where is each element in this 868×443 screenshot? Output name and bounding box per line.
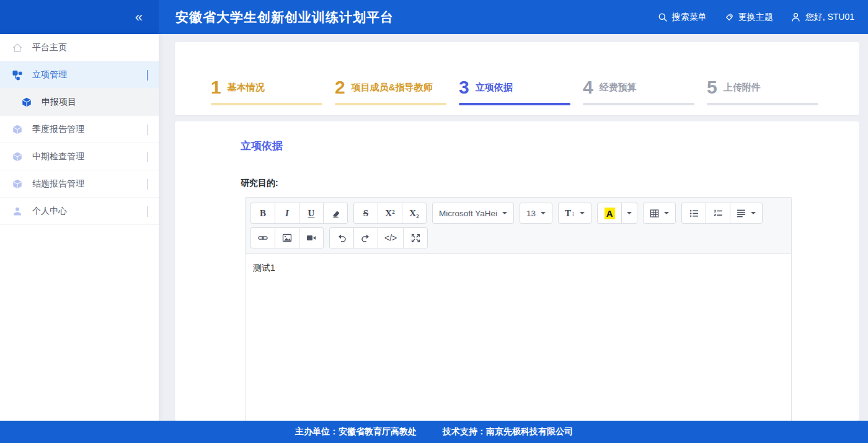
- subscript-button[interactable]: X₂: [402, 203, 427, 224]
- undo-button[interactable]: [329, 227, 354, 248]
- sidebar-item-label: 季度报告管理: [32, 124, 84, 135]
- code-view-button[interactable]: </>: [378, 227, 404, 248]
- sidebar-item-final-report[interactable]: 结题报告管理: [0, 170, 159, 198]
- ordered-list-button[interactable]: [706, 203, 730, 224]
- search-menu-button[interactable]: 搜索菜单: [658, 12, 707, 23]
- sidebar-item-label: 立项管理: [32, 69, 67, 81]
- sidebar-item-apply-project[interactable]: 申报项目: [0, 89, 159, 116]
- step-2-members-advisors[interactable]: 2项目成员&指导教师: [335, 77, 459, 115]
- steps-wizard: 1基本情况 2项目成员&指导教师 3立项依据 4经费预算 5上传附件: [175, 42, 859, 115]
- clear-format-button[interactable]: [323, 203, 348, 224]
- numbered-list-icon: [714, 209, 723, 218]
- search-icon: [658, 12, 668, 22]
- insert-image-button[interactable]: [275, 227, 299, 248]
- step-number: 2: [335, 78, 345, 97]
- footer-host: 主办单位：安徽省教育厅高教处: [295, 426, 417, 437]
- caret-down-icon: [580, 212, 585, 214]
- paragraph-align-dropdown[interactable]: [730, 203, 763, 224]
- cube-icon: [11, 124, 24, 135]
- section-title: 立项依据: [241, 139, 859, 153]
- insert-link-button[interactable]: [250, 227, 275, 248]
- change-theme-button[interactable]: 更换主题: [724, 12, 773, 23]
- chevron-down-icon: [147, 70, 148, 80]
- sidebar-item-midterm-check[interactable]: 中期检查管理: [0, 143, 159, 170]
- main-area: 1基本情况 2项目成员&指导教师 3立项依据 4经费预算 5上传附件 立项依据: [159, 34, 868, 421]
- change-theme-label: 更换主题: [738, 12, 773, 23]
- undo-icon: [337, 233, 347, 243]
- search-menu-label: 搜索菜单: [672, 12, 707, 23]
- redo-icon: [361, 233, 371, 243]
- sidebar-item-quarterly-report[interactable]: 季度报告管理: [0, 116, 159, 143]
- link-icon: [258, 233, 268, 243]
- step-5-attachments[interactable]: 5上传附件: [707, 77, 831, 115]
- step-number: 1: [211, 78, 221, 97]
- sidebar: 平台主页 立项管理 申报项目 季度报告管理 中期检查: [0, 34, 159, 421]
- user-icon: [790, 12, 801, 22]
- chevron-right-icon: [147, 206, 148, 216]
- redo-button[interactable]: [353, 227, 378, 248]
- table-icon: [650, 209, 659, 218]
- line-height-dropdown[interactable]: T↕: [558, 203, 591, 224]
- research-purpose-label: 研究目的:: [241, 178, 859, 189]
- caret-down-icon: [751, 212, 756, 214]
- italic-button[interactable]: I: [275, 203, 299, 224]
- image-icon: [282, 233, 292, 243]
- unordered-list-button[interactable]: [681, 203, 706, 224]
- caret-down-icon: [664, 212, 669, 214]
- user-greeting: 您好, STU01: [805, 12, 854, 23]
- bold-button[interactable]: B: [250, 203, 275, 224]
- step-label: 基本情况: [228, 82, 265, 94]
- step-underline: [583, 103, 694, 105]
- chevron-right-icon: [147, 125, 148, 134]
- eraser-icon: [331, 209, 340, 218]
- step-underline: [211, 103, 322, 105]
- step-label: 立项依据: [476, 82, 513, 94]
- font-color-button[interactable]: A: [597, 203, 622, 224]
- step-underline: [335, 103, 446, 105]
- sidebar-collapse-button[interactable]: «: [135, 11, 141, 24]
- editor-text-area[interactable]: 测试1: [246, 254, 791, 421]
- caret-down-icon: [541, 212, 546, 214]
- step-1-basic-info[interactable]: 1基本情况: [211, 77, 335, 115]
- person-icon: [11, 206, 24, 217]
- table-dropdown[interactable]: [643, 203, 676, 224]
- chevron-right-icon: [147, 152, 148, 162]
- underline-button[interactable]: U: [299, 203, 324, 224]
- font-family-dropdown[interactable]: Microsoft YaHei: [432, 203, 514, 224]
- line-height-icon: T: [565, 208, 571, 219]
- insert-video-button[interactable]: [299, 227, 324, 248]
- step-label: 经费预算: [600, 82, 637, 94]
- font-size-value: 13: [526, 209, 536, 218]
- fullscreen-button[interactable]: [403, 227, 428, 248]
- video-icon: [306, 233, 316, 243]
- step-underline: [707, 103, 818, 105]
- sitemap-icon: [11, 69, 24, 81]
- sidebar-item-label: 中期检查管理: [32, 151, 84, 162]
- sidebar-item-home[interactable]: 平台主页: [0, 34, 159, 61]
- superscript-button[interactable]: X²: [378, 203, 402, 224]
- fullscreen-icon: [411, 234, 420, 243]
- font-family-value: Microsoft YaHei: [439, 209, 497, 218]
- app-footer: 主办单位：安徽省教育厅高教处 技术支持：南京先极科技有限公司: [0, 421, 868, 443]
- bullet-list-icon: [689, 209, 699, 218]
- home-icon: [11, 42, 24, 53]
- step-4-budget[interactable]: 4经费预算: [583, 77, 707, 115]
- font-size-dropdown[interactable]: 13: [520, 203, 552, 224]
- cube-icon: [20, 97, 33, 108]
- font-color-dropdown[interactable]: [621, 203, 637, 224]
- header-sidebar-zone: «: [0, 0, 159, 34]
- sidebar-item-personal-center[interactable]: 个人中心: [0, 198, 159, 225]
- align-icon: [737, 209, 746, 218]
- step-number: 3: [459, 78, 469, 97]
- app-header: « 安徽省大学生创新创业训练计划平台 搜索菜单 更换主题 您好, STU01: [0, 0, 868, 34]
- theme-icon: [724, 12, 734, 22]
- sidebar-item-project-management[interactable]: 立项管理: [0, 61, 159, 89]
- sidebar-item-label: 结题报告管理: [32, 178, 84, 190]
- caret-down-icon: [627, 212, 632, 214]
- step-3-project-basis[interactable]: 3立项依据: [459, 77, 583, 115]
- cube-icon: [11, 151, 24, 162]
- updown-arrow-icon: ↕: [572, 210, 575, 217]
- page-title: 安徽省大学生创新创业训练计划平台: [175, 9, 394, 26]
- user-menu[interactable]: 您好, STU01: [790, 12, 854, 23]
- strikethrough-button[interactable]: S: [353, 203, 378, 224]
